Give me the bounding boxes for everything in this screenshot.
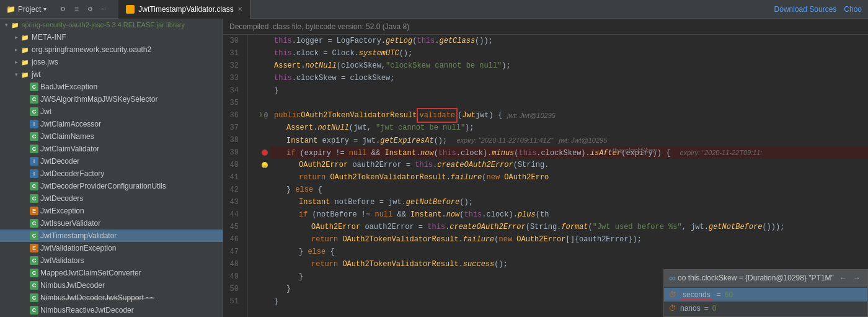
interface-icon-JwtDecoderFactory: I [30,169,38,178]
nav-back-btn[interactable]: ← [838,272,849,284]
sidebar-item-JWSAlgorithmMapJWSKeySelector[interactable]: CJWSAlgorithmMapJWSKeySelector [0,93,223,105]
sidebar-item-JwtValidationException[interactable]: EJwtValidationException [0,242,223,254]
nanos-equals: = [704,304,709,313]
sidebar-item-JwtDecoders[interactable]: CJwtDecoders [0,192,223,205]
tree-arrow-jose-jws: ▸ [12,58,20,66]
exception-icon-JwtValidationException: E [30,244,38,252]
tab-close-icon[interactable]: ✕ [237,6,242,12]
exception-icon-JwtException: E [30,207,38,215]
tree-arrow-JwtDecoders [22,195,30,202]
sidebar-item-JwtDecoderFactory[interactable]: IJwtDecoderFactory [0,167,223,180]
settings-icon[interactable]: ⚙ [58,4,68,14]
top-right-actions: Download Sources Choo [774,5,868,14]
sidebar-item-NimbusJwtDecoderJwkSupport[interactable]: CNimbusJwtDecoderJwkSupport ~~ [0,292,223,304]
sidebar-item-JwtTimestampValidator[interactable]: CJwtTimestampValidator [0,230,223,242]
class-icon-NimbusJwtDecoderJwkSupport: C [30,293,38,302]
sidebar-label-JwtClaimAccessor: JwtClaimAccessor [40,120,101,128]
sidebar-label-NimbusJwtDecoder: NimbusJwtDecoder [40,281,105,290]
debug-row-nanos[interactable]: ⏱ nanos = 0 [664,301,867,315]
sidebar-label-meta-inf: META-INF [32,33,66,42]
sidebar-label-JwtValidators: JwtValidators [40,256,84,265]
annotation-icon: @ [264,112,268,119]
sidebar-item-BadJwtException[interactable]: CBadJwtException [0,81,223,93]
sidebar-item-JwtIssuerValidator[interactable]: CJwtIssuerValidator [0,217,223,230]
gutter-40: 💡 [248,159,270,171]
gutter-49 [248,270,270,283]
gutter-32 [248,60,270,72]
project-chevron: ▾ [43,6,46,12]
seconds-icon: ⏱ [669,290,676,299]
sidebar-item-JwtClaimValidator[interactable]: CJwtClaimValidator [0,143,223,155]
interface-icon-JwtClaimAccessor: I [30,120,38,128]
code-container: 3031323334 3536373839 4041424344 4546474… [223,35,868,317]
sidebar-item-JwtException[interactable]: EJwtException [0,205,223,217]
minimize-icon[interactable]: — [99,4,108,14]
seconds-label: seconds [680,290,713,300]
sidebar-item-jose-jws[interactable]: ▸📁jose.jws [0,56,223,68]
project-label[interactable]: 📁 Project ▾ [0,5,53,14]
tree-arrow-Jwt [22,108,30,115]
gutter-48 [248,258,270,270]
sidebar-item-meta-inf[interactable]: ▸📁META-INF [0,31,223,43]
debug-tooltip-content: ⏱ seconds = 60 ⏱ nanos = 0 [664,287,867,316]
sidebar-item-JwtValidators[interactable]: CJwtValidators [0,254,223,267]
sidebar-label-JWSAlgorithmMapJWSKeySelector: JWSAlgorithmMapJWSKeySelector [40,95,157,104]
code-line-33: this.clockSkew = clockSkew; [270,72,868,84]
tree-arrow-org-pkg: ▸ [12,46,20,53]
class-icon-JWSAlgorithmMapJWSKeySelector: C [30,95,38,104]
config-icon[interactable]: ⚙ [85,4,95,14]
gutter-42 [248,184,270,196]
project-icon: 📁 [6,5,16,14]
bulb-40[interactable]: 💡 [262,162,268,168]
sidebar-item-Jwt[interactable]: CJwt [0,105,223,118]
tree-arrow-JwtDecoderProviderConfigurationUtils [22,182,30,190]
sidebar-label-root-jar: spring-security-oauth2-jose-5.3.4.RELEAS… [22,21,185,29]
sidebar-item-jwt-folder[interactable]: ▾📁jwt [0,68,223,81]
code-line-43: Instant notBefore = jwt.getNotBefore(); [270,196,868,208]
sidebar-item-root-jar[interactable]: ▾📁spring-security-oauth2-jose-5.3.4.RELE… [0,19,223,31]
sidebar-item-JwtClaimAccessor[interactable]: IJwtClaimAccessor [0,118,223,130]
toolbar-icons: ⚙ ≡ ⚙ — [53,4,113,14]
nav-forward-btn[interactable]: → [851,272,862,284]
sidebar-item-MappedJwtClaimSetConverter[interactable]: CMappedJwtClaimSetConverter [0,267,223,279]
debug-row-seconds[interactable]: ⏱ seconds = 60 [664,288,867,301]
code-line-32: Assert.notNull(clockSkew, "clockSkew can… [270,60,868,72]
sidebar-label-org-pkg: org.springframework.security.oauth2 [32,45,151,54]
tab-file-icon [126,5,135,14]
nanos-label: nanos [680,304,701,313]
tree-arrow-JwtValidationException [22,244,30,252]
debug-nav: ← → [838,272,862,284]
equals-sign: = [717,290,721,299]
class-icon-NimbusReactiveJwtDecoder: C [30,306,38,315]
tree-arrow-root-jar: ▾ [2,21,10,29]
breakpoint-39[interactable] [262,150,268,156]
sidebar-item-org-pkg[interactable]: ▸📁org.springframework.security.oauth2 [0,43,223,56]
sidebar-label-Jwt: Jwt [40,107,51,116]
gutter-37 [248,122,270,134]
tab-jwt-timestamp-validator[interactable]: JwtTimestampValidator.class ✕ [118,0,250,19]
tree-arrow-JwtDecoderFactory [22,170,30,177]
sidebar-item-JwtDecoderProviderConfigurationUtils[interactable]: CJwtDecoderProviderConfigurationUtils [0,180,223,192]
sidebar-label-jose-jws: jose.jws [32,58,58,66]
tab-label: JwtTimestampValidator.class [138,5,233,14]
sidebar-item-NimbusJwtDecoder[interactable]: CNimbusJwtDecoder [0,279,223,292]
download-sources-link[interactable]: Download Sources [774,5,837,14]
gutter-35 [248,97,270,109]
gutter-43 [248,196,270,208]
debug-tooltip: ∞ oo this.clockSkew = {Duration@10298} "… [663,269,868,317]
sidebar-item-NimbusReactiveJwtDecoder[interactable]: CNimbusReactiveJwtDecoder [0,304,223,316]
gutter: λ @ 💡 [248,35,270,317]
gutter-33 [248,72,270,84]
class-icon-BadJwtException: C [30,83,38,91]
sidebar-item-JwtClaimNames[interactable]: CJwtClaimNames [0,130,223,143]
sidebar-label-BadJwtException: BadJwtException [40,83,97,91]
gutter-41 [248,171,270,184]
gutter-31 [248,47,270,60]
class-icon-MappedJwtClaimSetConverter: C [30,269,38,277]
project-title: Project [18,5,41,14]
structure-icon[interactable]: ≡ [71,4,81,14]
tree-arrow-JwtTimestampValidator [22,232,30,239]
interface-icon-JwtDecoder: I [30,157,38,166]
sidebar-item-JwtDecoder[interactable]: IJwtDecoder [0,155,223,167]
choose-link[interactable]: Choo [844,5,862,14]
